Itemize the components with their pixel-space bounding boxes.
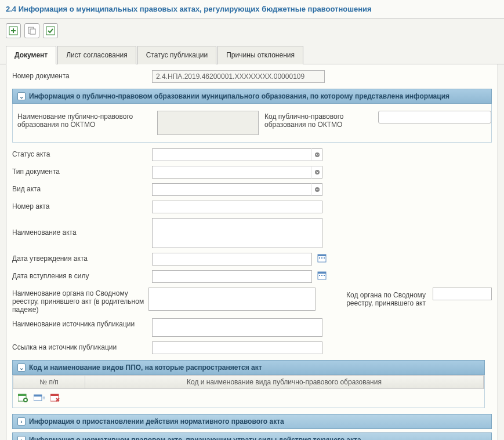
organ-name-input[interactable]	[148, 288, 315, 311]
ppo-code-label: Код публично-правового образования по ОК…	[264, 111, 375, 129]
section3-header[interactable]: › Информация о приостановлении действия …	[12, 414, 492, 429]
calendar-icon[interactable]	[317, 253, 327, 263]
approval-date-input[interactable]	[152, 253, 312, 266]
doc-number-label: Номер документа	[12, 70, 148, 80]
section2-header[interactable]: ⌄ Код и наименование видов ППО, на котор…	[12, 360, 485, 375]
add-button[interactable]	[6, 23, 21, 38]
copy-icon	[27, 26, 37, 35]
grid-col-number: № п/п	[13, 376, 85, 388]
page-title: 2.4 Информация о муниципальных правовых …	[0, 0, 504, 19]
doc-type-input[interactable]	[152, 166, 322, 179]
act-number-input[interactable]	[152, 201, 322, 213]
effect-date-label: Дата вступления в силу	[12, 270, 148, 280]
expand-icon: ›	[17, 436, 26, 440]
act-kind-label: Вид акта	[12, 183, 148, 193]
svg-rect-25	[34, 395, 42, 397]
chevron-down-icon	[311, 183, 322, 196]
svg-rect-10	[318, 254, 326, 256]
act-name-input[interactable]	[152, 218, 322, 248]
grid-toolbar: +	[17, 389, 480, 403]
check-icon	[46, 26, 55, 35]
chevron-down-icon	[311, 166, 322, 179]
svg-rect-2	[11, 30, 16, 31]
section4-header[interactable]: › Информация о нормативном правовом акте…	[12, 432, 492, 440]
act-number-label: Номер акта	[12, 201, 148, 210]
doc-number-input[interactable]	[152, 70, 325, 83]
svg-rect-5	[46, 27, 55, 35]
source-link-label: Ссылка на источник публикации	[12, 341, 148, 351]
ppo-name-label: Наименование публично-правового образова…	[17, 111, 154, 129]
svg-rect-17	[321, 275, 322, 276]
svg-rect-4	[30, 29, 35, 34]
svg-rect-20	[18, 394, 26, 396]
act-status-select[interactable]	[152, 148, 322, 161]
source-name-input[interactable]	[152, 318, 322, 337]
act-kind-input[interactable]	[152, 183, 322, 196]
tab-document[interactable]: Документ	[6, 46, 56, 64]
section2-body: № п/п Код и наименование вида публично-п…	[12, 375, 485, 408]
svg-text:+: +	[42, 395, 45, 401]
source-link-input[interactable]	[152, 341, 322, 354]
calendar-icon[interactable]	[317, 270, 327, 281]
add-icon	[9, 26, 18, 35]
act-kind-select[interactable]	[152, 183, 322, 196]
ppo-name-input[interactable]	[157, 111, 259, 135]
collapse-icon: ⌄	[17, 363, 26, 372]
chevron-down-icon	[311, 148, 322, 161]
section1-title: Информация о публично-правовом образован…	[29, 92, 449, 100]
section3-title: Информация о приостановлении действия но…	[29, 417, 284, 426]
grid-delete-button[interactable]	[50, 392, 61, 403]
act-status-label: Статус акта	[12, 148, 148, 158]
section2-title: Код и наименование видов ППО, на которые…	[29, 363, 262, 372]
svg-rect-16	[319, 275, 320, 276]
tab-status[interactable]: Статус публикации	[137, 46, 216, 64]
copy-button[interactable]	[24, 23, 39, 38]
source-name-label: Наименование источника публикации	[12, 318, 148, 328]
grid-col-name: Код и наименование вида публично-правово…	[85, 376, 484, 388]
act-status-input[interactable]	[152, 148, 322, 161]
effect-date-input[interactable]	[152, 270, 312, 283]
approval-date-label: Дата утверждения акта	[12, 253, 148, 263]
doc-type-select[interactable]	[152, 166, 322, 179]
collapse-icon: ⌄	[17, 92, 26, 100]
organ-code-label: Код органа по Сводному реестру, принявше…	[319, 288, 429, 307]
toolbar	[0, 19, 504, 43]
svg-rect-15	[318, 272, 326, 274]
document-panel: Номер документа ⌄ Информация о публично-…	[6, 64, 498, 440]
svg-point-7	[315, 170, 320, 174]
section4-title: Информация о нормативном правовом акте, …	[29, 436, 361, 440]
tabs: Документ Лист согласования Статус публик…	[0, 45, 504, 64]
svg-rect-13	[324, 257, 325, 259]
grid-add-row-button[interactable]: +	[34, 392, 45, 403]
svg-point-6	[315, 152, 320, 157]
grid-header: № п/п Код и наименование вида публично-п…	[13, 375, 484, 389]
organ-name-label: Наименование органа по Сводному реестру,…	[12, 288, 145, 314]
svg-rect-23	[25, 399, 26, 401]
doc-type-label: Тип документа	[12, 166, 148, 176]
organ-code-input[interactable]	[433, 288, 492, 300]
tab-approval[interactable]: Лист согласования	[57, 46, 136, 64]
ppo-code-input[interactable]	[378, 111, 491, 123]
section1-header[interactable]: ⌄ Информация о публично-правовом образов…	[12, 89, 492, 104]
svg-point-8	[315, 187, 320, 192]
grid-add-button[interactable]	[17, 392, 29, 403]
tab-reasons[interactable]: Причины отклонения	[217, 46, 303, 64]
expand-icon: ›	[17, 417, 26, 426]
svg-rect-28	[50, 394, 59, 396]
svg-rect-18	[324, 275, 325, 276]
section1-body: Наименование публично-правового образова…	[12, 104, 492, 143]
act-name-label: Наименование акта	[12, 218, 148, 237]
check-button[interactable]	[43, 23, 58, 38]
svg-rect-11	[319, 257, 320, 259]
svg-rect-12	[321, 257, 322, 259]
